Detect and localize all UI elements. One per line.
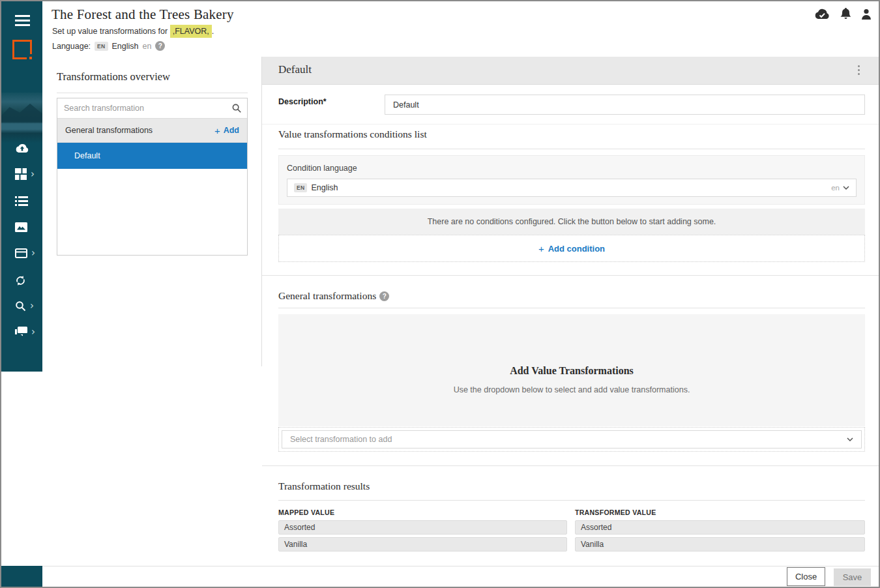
result-cell-transformed: Vanilla: [575, 537, 865, 551]
flavor-highlight: ,FLAVOR,: [170, 25, 212, 38]
language-badge: EN: [95, 42, 108, 51]
add-condition-label: Add condition: [548, 244, 605, 254]
language-badge: EN: [294, 183, 307, 192]
page-subtitle: Set up value transformations for ,FLAVOR…: [52, 27, 214, 36]
brand-logo[interactable]: [12, 40, 32, 59]
select-placeholder: Select transformation to add: [290, 435, 392, 444]
subtitle-text: Set up value transformations for: [52, 27, 170, 36]
condition-language-select[interactable]: EN English en: [287, 179, 857, 197]
chevron-right-icon: ›: [30, 301, 34, 311]
sidebar-item-search[interactable]: ›: [1, 293, 42, 318]
divider: [278, 308, 865, 308]
description-input[interactable]: [385, 95, 865, 115]
subtitle-period: .: [212, 27, 214, 36]
chevron-right-icon: ›: [31, 327, 35, 337]
hamburger-menu-icon[interactable]: [15, 15, 30, 26]
chevron-down-icon: [847, 437, 853, 441]
list-icon: [15, 196, 28, 206]
transformed-value-column-header: TRANSFORMED VALUE: [575, 508, 656, 516]
sidebar-item-import[interactable]: [1, 136, 42, 160]
kebab-menu-icon[interactable]: [854, 63, 863, 79]
chat-icon: [15, 327, 27, 337]
detail-title: Default: [278, 63, 312, 76]
language-name: English: [311, 183, 338, 192]
result-cell-mapped: Vanilla: [278, 537, 567, 551]
transformation-item-default[interactable]: Default: [57, 143, 247, 169]
app-window: › ›: [0, 0, 880, 588]
cloud-sync-icon[interactable]: [814, 8, 830, 22]
apps-grid-icon: [15, 168, 27, 180]
transformations-list-box: General transformations + Add Default: [57, 98, 248, 256]
footer-bar: Close Save: [42, 566, 880, 587]
add-transformation-button[interactable]: + Add: [214, 125, 239, 136]
sidebar-item-sites[interactable]: ›: [1, 241, 42, 265]
user-icon[interactable]: [861, 8, 872, 23]
add-value-transformations-placeholder: Add Value Transformations Use the dropdo…: [278, 314, 865, 426]
transformation-select-wrapper: Select transformation to add: [278, 427, 865, 452]
condition-language-label: Condition language: [287, 164, 357, 173]
browser-card-icon: [15, 248, 27, 258]
divider: [278, 500, 865, 501]
sidebar-item-messages[interactable]: ›: [1, 319, 42, 344]
select-transformation-dropdown[interactable]: Select transformation to add: [282, 430, 862, 448]
sidebar-item-dashboard[interactable]: ›: [1, 162, 42, 186]
placeholder-title: Add Value Transformations: [278, 365, 865, 377]
sidebar-footer-block: [1, 566, 42, 587]
result-cell-mapped: Assorted: [278, 520, 567, 535]
description-label: Description*: [278, 97, 327, 106]
transformations-overview-panel: Transformations overview General transfo…: [42, 57, 262, 567]
add-label: Add: [224, 126, 239, 135]
language-code: en: [143, 42, 152, 51]
sidebar-item-media[interactable]: [1, 214, 42, 239]
add-condition-button[interactable]: + Add condition: [278, 235, 865, 262]
plus-icon: +: [538, 243, 544, 254]
mapped-value-column-header: MAPPED VALUE: [278, 508, 334, 516]
section-divider: [262, 275, 880, 276]
search-transformation-input[interactable]: [57, 104, 232, 113]
overview-panel-title: Transformations overview: [57, 70, 170, 83]
group-label: General transformations: [65, 126, 153, 135]
chevron-down-icon: [843, 186, 849, 190]
search-icon[interactable]: [232, 104, 241, 113]
language-label: Language:: [52, 42, 91, 51]
plus-icon: +: [214, 125, 220, 136]
page-header: The Forest and the Trees Bakery Set up v…: [42, 1, 880, 57]
general-transformations-heading: General transformations ?: [278, 290, 389, 302]
sync-icon: [15, 275, 26, 286]
result-cell-transformed: Assorted: [575, 520, 865, 535]
chevron-right-icon: ›: [31, 169, 35, 179]
section-divider: [262, 465, 880, 466]
sidebar: › ›: [1, 1, 42, 372]
divider: [57, 93, 248, 93]
language-code: en: [831, 184, 840, 192]
language-name: English: [112, 42, 139, 51]
no-conditions-message: There are no conditions configured. Clic…: [278, 209, 865, 235]
divider: [278, 149, 865, 149]
section-title: General transformations: [278, 290, 376, 302]
save-button[interactable]: Save: [834, 568, 871, 586]
general-transformations-group-row: General transformations + Add: [57, 119, 247, 143]
page-title: The Forest and the Trees Bakery: [51, 7, 234, 23]
results-section-title: Transformation results: [278, 480, 370, 492]
header-actions: [814, 8, 872, 23]
sidebar-item-sync[interactable]: [1, 268, 42, 293]
media-image-icon: [15, 222, 27, 232]
search-icon: [15, 301, 26, 312]
language-row: Language: EN English en ?: [52, 41, 165, 51]
notifications-bell-icon[interactable]: [840, 8, 851, 23]
conditions-section-title: Value transformations conditions list: [278, 128, 427, 140]
condition-language-box: Condition language EN English en: [278, 155, 865, 205]
search-row: [57, 98, 247, 119]
help-icon[interactable]: ?: [379, 291, 389, 301]
close-button[interactable]: Close: [787, 567, 825, 586]
sidebar-item-lists[interactable]: [1, 188, 42, 213]
placeholder-subtitle: Use the dropdown below to select and add…: [278, 385, 865, 394]
divider: [262, 124, 880, 125]
help-icon[interactable]: ?: [155, 41, 165, 51]
cloud-upload-icon: [15, 143, 29, 153]
chevron-right-icon: ›: [31, 248, 35, 258]
panel-divider: [261, 57, 262, 366]
detail-header: Default: [262, 57, 880, 85]
